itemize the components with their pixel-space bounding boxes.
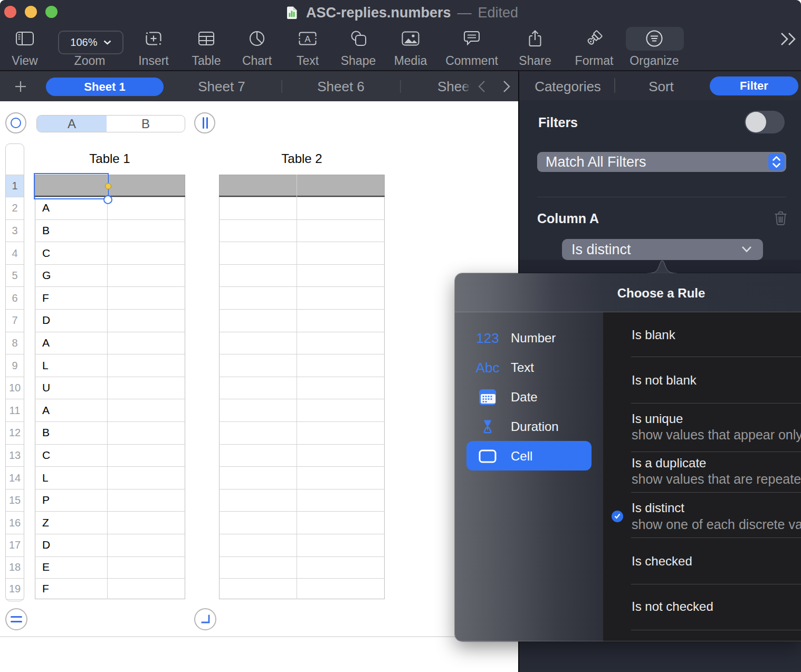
svg-text:A: A [304,34,311,44]
